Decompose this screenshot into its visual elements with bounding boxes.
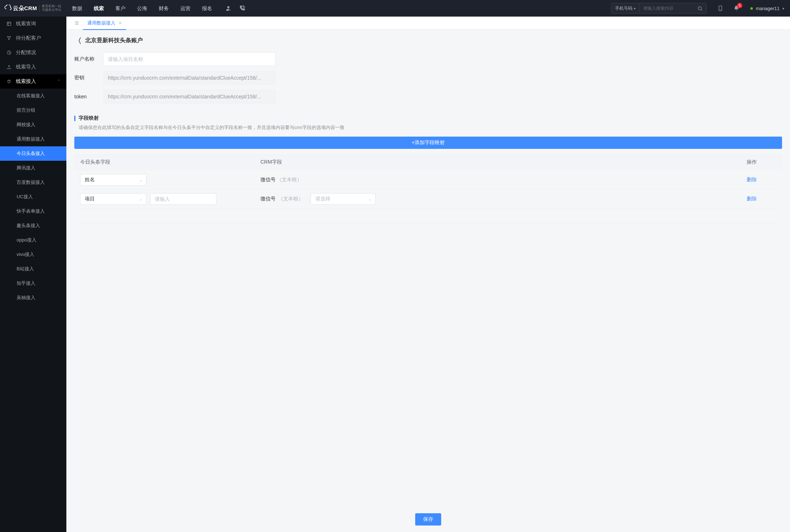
sub-oppo[interactable]: oppo接入 bbox=[0, 233, 66, 247]
nav-clue[interactable]: 线索 bbox=[88, 0, 110, 17]
sub-qutoutiao[interactable]: 趣头条接入 bbox=[0, 218, 66, 233]
nav-finance[interactable]: 财务 bbox=[153, 0, 175, 17]
chevron-down-icon: ▾ bbox=[634, 6, 636, 10]
sidebar-item-unassigned[interactable]: 待分配客户 bbox=[0, 31, 66, 45]
svg-point-2 bbox=[698, 6, 702, 10]
sub-kuaishou[interactable]: 快手表单接入 bbox=[0, 204, 66, 218]
nav-public[interactable]: 公海 bbox=[131, 0, 153, 17]
chevron-down-icon: ▾ bbox=[782, 6, 784, 10]
col-header-op: 操作 bbox=[747, 159, 776, 165]
crm-field-name: 微信号 bbox=[260, 177, 276, 183]
bell-icon[interactable]: 5 bbox=[733, 5, 739, 12]
chevron-down-icon: ⌄ bbox=[139, 197, 142, 201]
user-add-icon[interactable] bbox=[225, 5, 232, 12]
sub-tencent[interactable]: 腾讯接入 bbox=[0, 161, 66, 175]
filter-icon bbox=[6, 36, 12, 41]
svg-rect-4 bbox=[7, 22, 11, 25]
nav-data[interactable]: 数据 bbox=[66, 0, 88, 17]
chevron-down-icon: ⌄ bbox=[368, 197, 372, 201]
table-row: 项目 ⌄ 微信号 （文本框） 请选择 ⌄ bbox=[74, 190, 782, 209]
sub-school[interactable]: 网校接入 bbox=[0, 118, 66, 132]
section-title: 字段映射 bbox=[79, 115, 99, 121]
nav-signup[interactable]: 报名 bbox=[196, 0, 218, 17]
mobile-icon[interactable] bbox=[717, 5, 723, 12]
top-extra-icons bbox=[225, 5, 245, 12]
back-icon[interactable]: 〈 bbox=[74, 37, 82, 44]
search-type-select[interactable]: 手机号码 ▾ bbox=[611, 3, 640, 13]
sidebar: 线索查询 待分配客户 分配情况 线索导入 线索接入 ˄ 在线客服接入 留言分组 … bbox=[0, 17, 66, 532]
sub-online-service[interactable]: 在线客服接入 bbox=[0, 89, 66, 103]
nav-ops[interactable]: 运营 bbox=[175, 0, 196, 17]
list-icon bbox=[6, 21, 12, 26]
sidebar-item-import[interactable]: 线索导入 bbox=[0, 60, 66, 74]
svg-rect-3 bbox=[719, 6, 722, 10]
sub-meiyou[interactable]: 美柚接入 bbox=[0, 291, 66, 305]
upload-icon bbox=[6, 65, 12, 70]
mapping-table: 今日头条字段 CRM字段 操作 姓名 ⌄ 微信号 （文本框） bbox=[74, 154, 782, 224]
sidebar-item-clue-search[interactable]: 线索查询 bbox=[0, 17, 66, 31]
sub-uc[interactable]: UC接入 bbox=[0, 190, 66, 204]
close-icon[interactable]: ✕ bbox=[118, 21, 122, 26]
add-mapping-button[interactable]: +添加字段映射 bbox=[74, 137, 782, 149]
sub-message-group[interactable]: 留言分组 bbox=[0, 103, 66, 118]
tab-general-data[interactable]: 通用数据接入 ✕ bbox=[83, 17, 126, 30]
logo-text: 云朵CRM bbox=[13, 5, 37, 12]
label-token: token bbox=[74, 94, 103, 99]
footer-bar: 保存 bbox=[74, 507, 782, 532]
pie-icon bbox=[6, 50, 12, 55]
page-title: 北京昱新科技头条账户 bbox=[85, 37, 143, 44]
save-button[interactable]: 保存 bbox=[415, 513, 441, 526]
col-header-crm: CRM字段 bbox=[260, 159, 747, 165]
main-content: 通用数据接入 ✕ 〈 北京昱新科技头条账户 账户名称 密钥 token bbox=[66, 17, 790, 532]
toutiao-field-select[interactable]: 项目 ⌄ bbox=[80, 193, 146, 205]
search-box: 手机号码 ▾ bbox=[611, 3, 707, 14]
toutiao-field-select[interactable]: 姓名 ⌄ bbox=[80, 174, 146, 186]
sub-vivo[interactable]: vivo接入 bbox=[0, 247, 66, 262]
phone-icon[interactable] bbox=[239, 5, 245, 12]
crm-field-hint: （文本框） bbox=[278, 196, 303, 201]
table-header: 今日头条字段 CRM字段 操作 bbox=[74, 154, 782, 170]
input-account-name[interactable] bbox=[103, 52, 276, 66]
sub-toutiao[interactable]: 今日头条接入 bbox=[0, 146, 66, 161]
crm-field-hint: （文本框） bbox=[277, 177, 302, 183]
crm-field-name: 微信号 bbox=[260, 196, 276, 201]
delete-link[interactable]: 删除 bbox=[747, 196, 757, 201]
top-nav: 数据 线索 客户 公海 财务 运营 报名 bbox=[66, 0, 218, 17]
svg-point-0 bbox=[227, 6, 229, 8]
plug-icon bbox=[6, 79, 12, 84]
label-account-name: 账户名称 bbox=[74, 56, 103, 62]
sidebar-item-access[interactable]: 线索接入 ˄ bbox=[0, 74, 66, 89]
delete-link[interactable]: 删除 bbox=[747, 177, 757, 182]
notification-badge: 5 bbox=[737, 3, 742, 8]
sub-baidu[interactable]: 百度数据接入 bbox=[0, 175, 66, 190]
table-row: 姓名 ⌄ 微信号 （文本框） 删除 bbox=[74, 170, 782, 190]
sub-zhihu[interactable]: 知乎接入 bbox=[0, 276, 66, 291]
toutiao-field-input[interactable] bbox=[150, 193, 216, 205]
search-icon[interactable] bbox=[694, 6, 706, 11]
chevron-down-icon: ⌄ bbox=[139, 178, 142, 182]
chevron-up-icon: ˄ bbox=[58, 79, 60, 84]
top-header: 云朵CRM 教育机构一站 式服务云平台 数据 线索 客户 公海 财务 运营 报名… bbox=[0, 0, 790, 17]
section-bar bbox=[74, 116, 75, 121]
sub-bilibili[interactable]: B站接入 bbox=[0, 262, 66, 276]
input-secret[interactable] bbox=[103, 71, 276, 85]
sub-general-data[interactable]: 通用数据接入 bbox=[0, 132, 66, 146]
section-desc: 请确保您在此填写的头条自定义字段名称与在今日头条平台中自定义的字段名称一致，并且… bbox=[74, 124, 782, 131]
logo[interactable]: 云朵CRM 教育机构一站 式服务云平台 bbox=[0, 5, 66, 12]
input-token[interactable] bbox=[103, 90, 276, 103]
crm-field-select[interactable]: 请选择 ⌄ bbox=[311, 193, 376, 205]
col-header-toutiao: 今日头条字段 bbox=[80, 159, 260, 165]
sidebar-item-assign[interactable]: 分配情况 bbox=[0, 45, 66, 60]
status-dot bbox=[750, 7, 753, 10]
collapse-icon[interactable] bbox=[71, 21, 83, 26]
user-menu[interactable]: manager11 ▾ bbox=[750, 6, 784, 11]
search-input[interactable] bbox=[640, 6, 694, 11]
user-name: manager11 bbox=[756, 6, 780, 11]
label-secret: 密钥 bbox=[74, 75, 103, 81]
tab-bar: 通用数据接入 ✕ bbox=[66, 17, 790, 30]
nav-customer[interactable]: 客户 bbox=[110, 0, 131, 17]
logo-subtitle: 教育机构一站 式服务云平台 bbox=[39, 5, 61, 12]
